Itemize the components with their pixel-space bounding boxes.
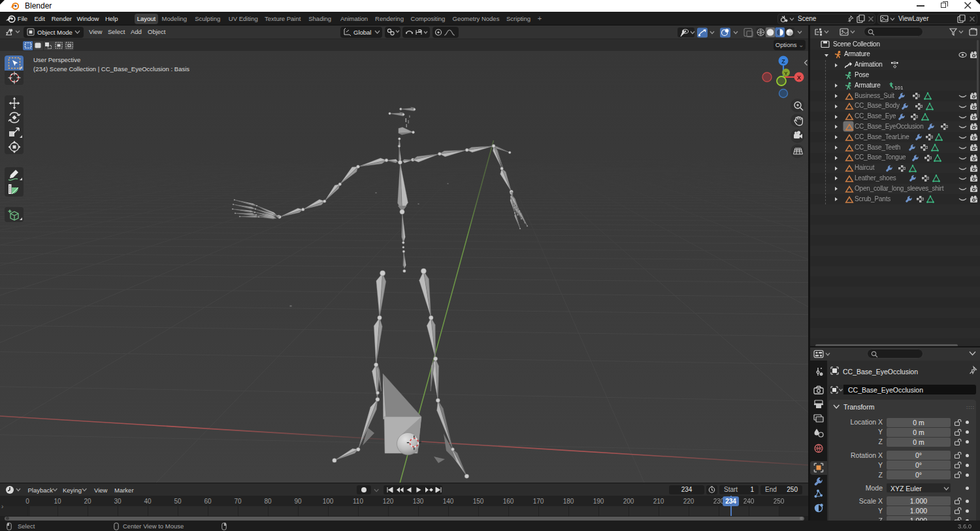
svg-text:X: X bbox=[797, 74, 801, 81]
svg-text:101: 101 bbox=[894, 85, 904, 91]
svg-text:Z: Z bbox=[781, 58, 785, 65]
svg-text:Y: Y bbox=[784, 71, 788, 76]
